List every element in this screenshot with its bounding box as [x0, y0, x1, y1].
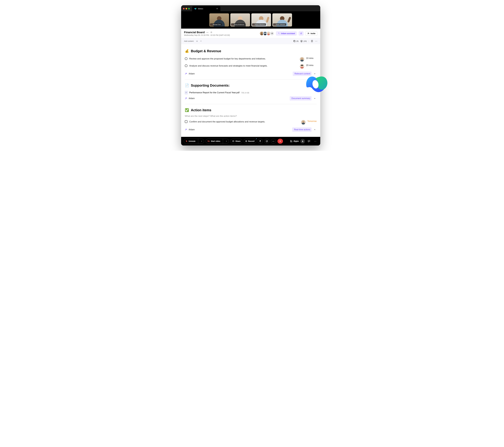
unmute-menu[interactable]: [199, 139, 204, 143]
chevron-down-icon: [226, 140, 227, 142]
sparkle-icon: [185, 128, 187, 131]
video-tile[interactable]: ⦸Robert Martinez: [251, 13, 271, 27]
checkbox-round[interactable]: [185, 57, 187, 60]
svg-rect-21: [301, 65, 303, 66]
share-button[interactable]: Share: [231, 139, 242, 144]
close-icon: [279, 140, 281, 142]
mic-muted-icon: ⦸: [211, 24, 212, 25]
layers-count[interactable]: (10): [300, 40, 306, 42]
end-call-button[interactable]: [277, 139, 283, 144]
assistant-settings-button[interactable]: [299, 31, 304, 36]
checkbox-round[interactable]: [185, 64, 187, 67]
more-button[interactable]: ⋯: [315, 40, 317, 43]
tab-label: Webex: [198, 8, 203, 10]
mic-muted-icon: ⦸: [232, 24, 233, 25]
unmute-button[interactable]: Unmute: [184, 139, 204, 144]
invite-label: Invite: [310, 33, 315, 34]
person-icon: [302, 140, 304, 142]
reactions-button[interactable]: [264, 139, 269, 144]
video-tile[interactable]: ⦸Michael Tom: [209, 13, 229, 27]
add-content-button[interactable]: ＋: [196, 39, 198, 43]
more-options-icon[interactable]: ⋯: [206, 31, 209, 34]
video-tile[interactable]: ⦸David Johnson: [272, 13, 292, 27]
layers-icon: [300, 40, 303, 42]
iadam-label: iAdam: [189, 97, 195, 100]
avatar[interactable]: [300, 57, 304, 62]
maximize-window-icon[interactable]: [188, 8, 190, 9]
chat-panel-button[interactable]: [306, 139, 311, 143]
section-budget: 💰 Budget & Revenue Review and approve th…: [185, 45, 317, 80]
action-item: Confirm and document the approved budget…: [185, 119, 317, 126]
svg-point-27: [267, 141, 267, 141]
file-row[interactable]: Performance Report for the Current Fisca…: [185, 90, 317, 95]
close-window-icon[interactable]: [183, 8, 184, 9]
chat-icon: [308, 140, 310, 142]
favorite-star-icon[interactable]: ☆: [210, 31, 212, 34]
assistant-button[interactable]: iAdam assistant: [276, 31, 297, 36]
participants-panel-button[interactable]: [300, 139, 305, 143]
add-content-menu[interactable]: [200, 40, 202, 42]
video-menu[interactable]: [224, 139, 229, 143]
more-controls-button[interactable]: ⋯: [271, 139, 276, 144]
avatar[interactable]: [301, 120, 306, 124]
chevron-down-icon: [314, 97, 316, 100]
avatar-overflow[interactable]: +4: [270, 31, 274, 35]
participant-name: David Johnson: [276, 24, 285, 25]
start-video-button[interactable]: Start video: [206, 139, 229, 144]
svg-point-11: [308, 33, 308, 34]
expand-button[interactable]: [313, 97, 317, 100]
file-name: Performance Report for the Current Fisca…: [189, 91, 239, 94]
mic-muted-icon: ⦸: [253, 24, 254, 25]
record-button[interactable]: Record ✦: [244, 139, 256, 144]
iadam-row: iAdam Document summary: [185, 96, 317, 101]
unmute-label: Unmute: [189, 140, 196, 142]
titlebar: Webex ✕: [181, 5, 320, 11]
gear-sparkle-icon: [300, 32, 302, 35]
app-window: Webex ✕ ⦸Michael Tom ⦸James Anderson ⦸Ro…: [181, 5, 320, 145]
document-summary-button[interactable]: Document summary: [290, 96, 312, 101]
close-tab-icon[interactable]: ✕: [216, 7, 218, 10]
section-title: Budget & Revenue: [191, 49, 221, 53]
svg-point-16: [301, 58, 303, 60]
iadam-label: iAdam: [189, 72, 195, 75]
add-content-label: Add content:: [184, 40, 194, 42]
svg-rect-9: [267, 34, 270, 35]
avatar[interactable]: [300, 64, 304, 69]
attendee-avatars[interactable]: +4: [260, 31, 274, 35]
invite-button[interactable]: Invite: [306, 31, 317, 36]
section-title: Supporting Documents:: [191, 84, 230, 87]
participant-name: Michael Tom: [213, 24, 221, 25]
smile-icon: [266, 140, 268, 142]
content-toolbar: Add content: ＋ (6) (10) | ⋯: [181, 38, 320, 44]
raise-hand-button[interactable]: [258, 139, 263, 144]
action-text: Confirm and document the approved budget…: [189, 120, 299, 123]
webex-logo-overlay: [303, 72, 331, 94]
svg-point-8: [268, 32, 269, 34]
check-icon: ✅: [185, 108, 189, 112]
sparkle-icon: [185, 97, 187, 100]
sparkle-icon: [278, 33, 280, 34]
svg-point-23: [302, 121, 304, 123]
window-controls: [183, 8, 192, 11]
active-tab[interactable]: Webex ✕: [192, 6, 220, 11]
agenda-duration: 10 mins: [306, 57, 317, 59]
section-action-items: ✅ Action items What are the next steps? …: [185, 104, 317, 135]
realtime-actions-button[interactable]: Real-time actions: [292, 127, 312, 132]
mic-off-icon: [185, 140, 188, 142]
due-label: Tomorrow: [307, 120, 317, 122]
svg-rect-30: [290, 141, 291, 142]
svg-point-1: [261, 32, 263, 34]
collapse-button[interactable]: [313, 129, 317, 131]
tasks-count[interactable]: (6): [293, 40, 299, 42]
apps-button[interactable]: Apps: [290, 140, 299, 142]
notes-button[interactable]: [311, 40, 313, 42]
iadam-row: iAdam Relevant content: [185, 71, 317, 76]
file-size: 755.4 KB: [241, 92, 249, 94]
minimize-window-icon[interactable]: [186, 8, 187, 9]
invite-icon: [307, 33, 309, 34]
video-tile[interactable]: ⦸James Anderson: [230, 13, 250, 27]
share-icon: [232, 140, 234, 142]
checkbox-square[interactable]: [185, 120, 187, 123]
panels-more-button[interactable]: ⋯: [313, 139, 318, 143]
svg-rect-31: [291, 141, 292, 142]
